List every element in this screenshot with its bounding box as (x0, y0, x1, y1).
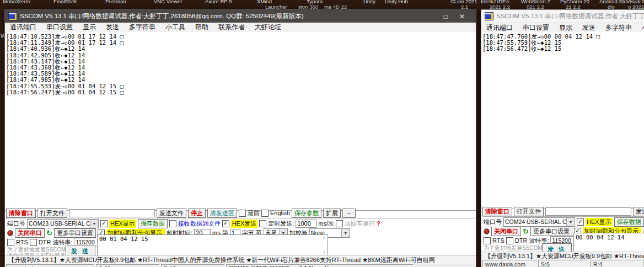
scroll-up-icon[interactable]: ∧ (323, 236, 326, 240)
more-port-settings-button[interactable]: 更多串口设置 (530, 227, 572, 236)
port-select[interactable]: COM24 USB-SERIAL CH340 (503, 217, 575, 227)
menu-item[interactable]: 帮助 (190, 23, 213, 32)
menu-item[interactable]: 小工具 (637, 23, 644, 33)
port-select[interactable]: COM23 USB-SERIAL CH340 (27, 219, 99, 228)
checkbox-box[interactable] (259, 220, 266, 227)
topmost-checkbox[interactable]: 最前 (239, 209, 260, 217)
menu-item[interactable]: 联系作者 (213, 23, 250, 32)
english-checkbox[interactable]: English (261, 210, 290, 217)
menubar: 通讯端口串口设置显示发送多字符串小工具帮助联系作者大虾论坛 (481, 23, 644, 33)
chevron-down-icon[interactable] (90, 220, 98, 228)
extend-button[interactable]: 扩展 (323, 209, 341, 218)
checkbox-box[interactable] (169, 220, 176, 227)
hex-display-checkbox[interactable]: HEX显示 (100, 220, 136, 228)
checkbox-box[interactable] (7, 239, 14, 246)
checkbox-box[interactable] (239, 210, 246, 217)
clear-window-button[interactable]: 清除窗口 (6, 209, 36, 218)
desktop-icon-label[interactable]: Postman (105, 0, 126, 4)
menu-item[interactable]: 小工具 (160, 23, 190, 32)
close-button[interactable]: ✕ (458, 13, 466, 20)
menubar: 通讯端口串口设置显示发送多字符串小工具帮助联系作者大虾论坛 (5, 23, 476, 32)
menu-item[interactable]: 大虾论坛 (250, 23, 286, 32)
send-input-area[interactable]: 00 00 04 12 14 (573, 233, 644, 254)
toolbar-row-file: 清除窗口 打开文件 发送文件 停止 清发送区 最前 English 保存参数 扩… (6, 209, 356, 217)
ad-bar[interactable]: 【升级到V5.13.1】★大资源MCU开发板9.9包邮 ★RT-Thread中国… (5, 255, 476, 264)
status-site[interactable]: www.daxia.com (482, 260, 536, 267)
checkbox-box[interactable] (222, 220, 229, 227)
send-file-button[interactable]: 发送文件 (157, 209, 186, 218)
recv-to-file-checkbox[interactable]: 接收数据到文件 (169, 220, 221, 228)
dtr-checkbox[interactable]: DTR (30, 239, 51, 246)
menu-item[interactable]: 串口设置 (518, 23, 554, 33)
status-bar: www.daxia.com S:5 R:4 COM24 已打开 115200bp (481, 259, 644, 267)
rts-checkbox[interactable]: RTS (7, 239, 28, 246)
checkbox-box[interactable] (506, 237, 513, 244)
refresh-ports-icon[interactable]: ↻ (523, 227, 529, 236)
menu-item[interactable]: 多字符串 (124, 23, 160, 32)
timed-send-interval-input[interactable] (296, 220, 316, 228)
desktop-icon-label[interactable]: Unity Hub (385, 0, 408, 4)
dtr-checkbox[interactable]: DTR (506, 237, 528, 244)
close-port-button[interactable]: 关闭串口 (491, 227, 521, 236)
checkbox-box[interactable] (30, 239, 37, 246)
filename-input[interactable] (69, 209, 155, 217)
menu-item[interactable]: 串口设置 (41, 23, 78, 32)
receive-terminal[interactable]: [18:47:47.760]发→◇00 00 04 12 14 □[18:47:… (481, 32, 644, 209)
menu-item[interactable]: 显示 (554, 23, 577, 33)
open-file-button[interactable]: 打开文件 (514, 207, 544, 216)
status-site[interactable]: www.daxia.com (6, 264, 94, 267)
terminal-line: [18:47:56.472]收←◆12 15 (482, 46, 644, 52)
send-area-scrollbar[interactable]: ∧∨ (321, 235, 328, 255)
desktop-icon-label[interactable]: VNC Viewer (154, 0, 183, 4)
scroll-down-icon[interactable]: ∨ (323, 250, 326, 255)
rts-checkbox[interactable]: RTS (484, 237, 505, 244)
checkbox-box[interactable] (484, 237, 491, 244)
app-icon (8, 12, 17, 20)
send-text: 00 01 04 12 15 (99, 236, 148, 242)
crlf-checkbox[interactable]: 加回车换行 (336, 220, 375, 228)
collapse-panel-button[interactable]: − (342, 209, 356, 218)
desktop-icon-label[interactable]: MobaXterm (3, 0, 30, 4)
checkbox-box[interactable] (261, 210, 269, 217)
status-received: R:12 (161, 264, 224, 267)
clear-window-button[interactable]: 清除窗口 (482, 207, 512, 216)
close-port-button[interactable]: 关闭串口 (15, 228, 45, 238)
save-params-button[interactable]: 保存参数 (292, 209, 321, 218)
menu-item[interactable]: 显示 (78, 23, 101, 32)
stop-button[interactable]: 停止 (188, 209, 206, 218)
menu-item[interactable]: 多字符串 (600, 23, 637, 33)
checkbox-box[interactable] (100, 220, 108, 227)
menu-item[interactable]: 通讯端口 (481, 23, 518, 33)
more-port-settings-button[interactable]: 更多串口设置 (54, 228, 96, 238)
maximize-button[interactable]: □ (442, 13, 449, 20)
help-icon[interactable]: ? (377, 220, 380, 227)
ad-bar[interactable]: 【升级到V5.13.1】★大资源MCU开发板9.9包邮 ★RT-Thread中国… (481, 252, 644, 260)
titlebar[interactable]: SSCOM V5.13.1 串口/网络数据调试器,作者:大虾丁丁,2618058… (481, 10, 644, 23)
filename-input[interactable] (545, 207, 631, 216)
chevron-down-icon[interactable] (341, 229, 350, 237)
menu-item[interactable]: 发送 (577, 23, 600, 33)
hex-display-checkbox[interactable]: HEX显示 (577, 218, 613, 226)
desktop-icon-label[interactable]: FinalShell (53, 0, 77, 4)
send-input-area[interactable]: 00 01 04 12 15 ∧∨ (97, 234, 328, 256)
clear-send-area-button[interactable]: 清发送区 (207, 209, 237, 218)
send-file-button[interactable]: 发送文件 (633, 207, 644, 216)
chevron-down-icon[interactable] (566, 218, 575, 226)
checkbox-box[interactable] (577, 218, 584, 226)
menu-item[interactable]: 通讯端口 (5, 23, 41, 32)
status-bar: www.daxia.com S:20 R:12 COM23 已打开 115200… (5, 264, 476, 267)
timed-send-checkbox[interactable]: 定时发送: (259, 220, 294, 228)
hex-send-checkbox[interactable]: HEX发送 (222, 220, 258, 228)
titlebar[interactable]: SSCOM V5.13.1 串口/网络数据调试器,作者:大虾丁丁,2618058… (5, 10, 476, 23)
desktop-icon-label[interactable]: Axure RP 9 (205, 0, 232, 4)
save-data-button[interactable]: 保存数据 (614, 217, 644, 227)
toolbar-row-port: 端口号 COM24 USB-SERIAL CH340 HEX显示 保存数据 接收… (484, 217, 644, 226)
checkbox-box[interactable] (336, 220, 343, 227)
open-file-button[interactable]: 打开文件 (37, 209, 67, 218)
desktop-icon-label[interactable]: Unity (363, 0, 375, 4)
menu-item[interactable]: 发送 (101, 23, 124, 32)
refresh-ports-icon[interactable]: ↻ (46, 229, 52, 237)
port-status-led-icon (484, 228, 490, 234)
save-data-button[interactable]: 保存数据 (138, 219, 168, 228)
receive-terminal[interactable]: [18:47:10.523]发→◇00 01 17 12 14 □[18:47:… (5, 32, 476, 211)
